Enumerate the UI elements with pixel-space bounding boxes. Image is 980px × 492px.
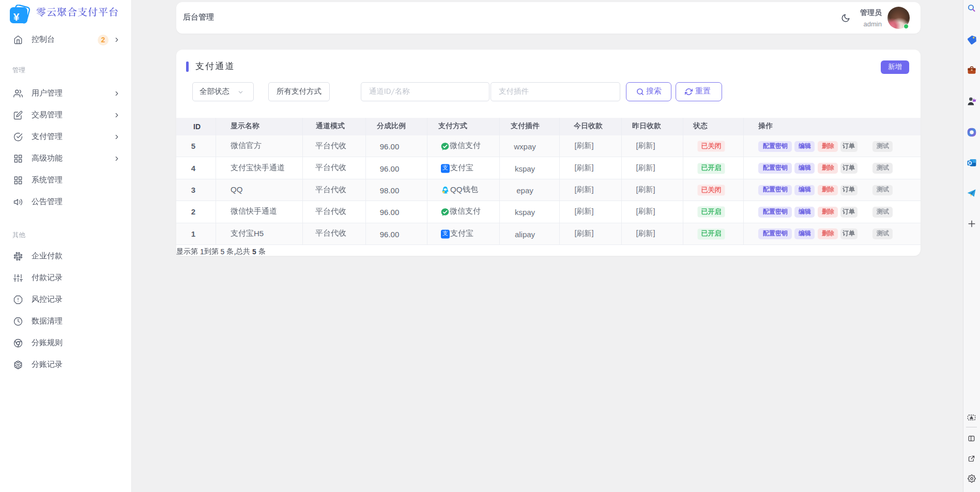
svg-text:¥: ¥ <box>13 11 20 23</box>
